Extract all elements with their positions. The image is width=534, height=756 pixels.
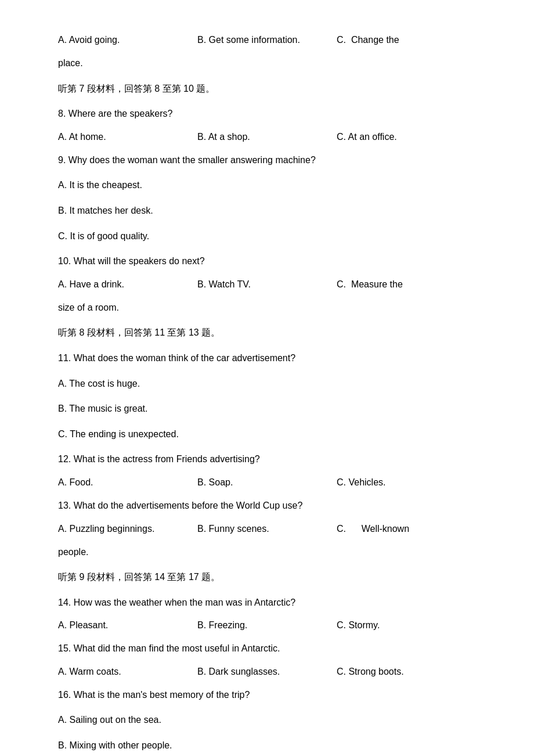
q14-option-a-text: A. Pleasant. [58, 620, 108, 630]
q14-options-row: A. Pleasant. B. Freezing. C. Stormy. [58, 620, 476, 631]
q7-option-b: B. Get some information. [197, 35, 337, 45]
section7-header: 听第 7 段材料，回答第 8 至第 10 题。 [58, 81, 476, 96]
q7-option-c-word1: Change [351, 35, 384, 45]
q9-question: 9. Why does the woman want the smaller a… [58, 153, 476, 168]
section8-header: 听第 8 段材料，回答第 11 至第 13 题。 [58, 325, 476, 340]
q7-c-continuation: place. [58, 56, 476, 71]
q8-option-b: B. At a shop. [197, 132, 337, 142]
q8-options-row: A. At home. B. At a shop. C. At an offic… [58, 132, 476, 142]
q14-option-b-text: B. Freezing. [197, 620, 247, 630]
q12-option-c: C. Vehicles. [337, 477, 476, 488]
q11-option-c: C. The ending is unexpected. [58, 427, 476, 442]
q8-question: 8. Where are the speakers? [58, 106, 476, 121]
q7-option-c: C. Change the [337, 35, 476, 45]
q10-option-c: C. Measure the [337, 279, 476, 290]
q10-option-b: B. Watch TV. [197, 279, 337, 290]
q14-question: 14. How was the weather when the man was… [58, 595, 476, 610]
q15-option-a: A. Warm coats. [58, 667, 197, 677]
q16-option-b: B. Mixing with other people. [58, 738, 476, 753]
q10-c-continuation: size of a room. [58, 300, 476, 315]
q13-option-b-text: B. Funny scenes. [197, 524, 269, 534]
q12-options-row: A. Food. B. Soap. C. Vehicles. [58, 477, 476, 488]
q13-option-a-text: A. Puzzling beginnings. [58, 524, 154, 534]
q11-option-b: B. The music is great. [58, 401, 476, 416]
q7-option-c-word2: the [386, 35, 399, 45]
q12-option-c-text: C. Vehicles. [337, 477, 385, 487]
q8-option-c: C. At an office. [337, 132, 476, 142]
q7-option-a: A. Avoid going. [58, 35, 197, 45]
q14-option-c-text: C. Stormy. [337, 620, 380, 630]
q9-option-a: A. It is the cheapest. [58, 178, 476, 193]
q15-options-row: A. Warm coats. B. Dark sunglasses. C. St… [58, 667, 476, 677]
q13-option-b: B. Funny scenes. [197, 524, 337, 534]
q13-option-c-word1: Well-known [362, 524, 409, 534]
q14-option-c: C. Stormy. [337, 620, 476, 631]
q10-option-b-text: B. Watch TV. [197, 279, 251, 289]
q10-option-c-word1: Measure [351, 279, 387, 290]
q8-option-a: A. At home. [58, 132, 197, 142]
q12-question: 12. What is the actress from Friends adv… [58, 452, 476, 467]
q13-option-c-prefix: C. [337, 524, 346, 534]
q9-option-c: C. It is of good quality. [58, 229, 476, 244]
q9-option-b: B. It matches her desk. [58, 203, 476, 218]
q10-option-c-prefix: C. [337, 279, 346, 290]
q16-option-a: A. Sailing out on the sea. [58, 712, 476, 728]
q10-options-row: A. Have a drink. B. Watch TV. C. Measure… [58, 279, 476, 290]
q11-option-a: A. The cost is huge. [58, 376, 476, 391]
q12-option-b-text: B. Soap. [197, 477, 233, 487]
q7-option-a-text: A. Avoid going. [58, 35, 120, 45]
q7-option-c-prefix: C. [337, 35, 346, 45]
q15-option-b-text: B. Dark sunglasses. [197, 667, 280, 676]
q12-option-a: A. Food. [58, 477, 197, 488]
q8-option-c-text: C. At an office. [337, 132, 397, 142]
q13-option-c: C. Well-known [337, 524, 476, 534]
q15-option-c-text: C. Strong boots. [337, 667, 404, 676]
section9-header: 听第 9 段材料，回答第 14 至第 17 题。 [58, 570, 476, 585]
q8-option-a-text: A. At home. [58, 132, 106, 142]
q14-option-b: B. Freezing. [197, 620, 337, 631]
q8-option-b-text: B. At a shop. [197, 132, 250, 142]
q7-options-row: A. Avoid going. B. Get some information.… [58, 35, 476, 45]
q15-option-b: B. Dark sunglasses. [197, 667, 337, 677]
q10-option-c-word2: the [390, 279, 403, 290]
q16-question: 16. What is the man's best memory of the… [58, 687, 476, 703]
q11-question: 11. What does the woman think of the car… [58, 351, 476, 366]
q10-option-a: A. Have a drink. [58, 279, 197, 290]
q7-option-b-text: B. Get some information. [197, 35, 300, 45]
q15-option-c: C. Strong boots. [337, 667, 476, 677]
q15-option-a-text: A. Warm coats. [58, 667, 121, 676]
q10-option-a-text: A. Have a drink. [58, 279, 124, 289]
q13-options-row: A. Puzzling beginnings. B. Funny scenes.… [58, 524, 476, 534]
q13-option-a: A. Puzzling beginnings. [58, 524, 197, 534]
q12-option-b: B. Soap. [197, 477, 337, 488]
q15-question: 15. What did the man find the most usefu… [58, 641, 476, 656]
q10-question: 10. What will the speakers do next? [58, 254, 476, 269]
q13-question: 13. What do the advertisements before th… [58, 498, 476, 513]
q14-option-a: A. Pleasant. [58, 620, 197, 631]
q12-option-a-text: A. Food. [58, 477, 93, 487]
q13-c-continuation: people. [58, 545, 476, 560]
